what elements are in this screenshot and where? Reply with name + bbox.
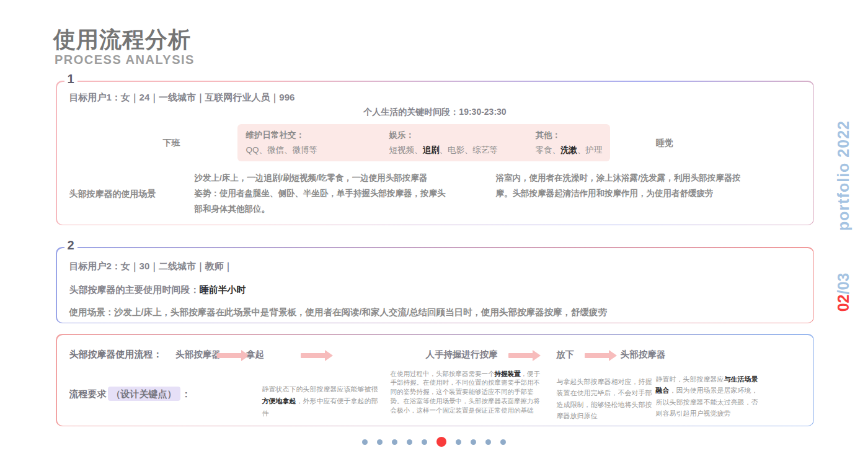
pagination	[0, 437, 868, 447]
activity-text: 零食、	[536, 145, 561, 155]
pagination-dot-6[interactable]	[436, 437, 446, 447]
activity-group-title: 维护日常社交：	[246, 130, 305, 141]
user1-info: 目标用户1：女｜24｜一线城市｜互联网行业人员｜996	[69, 92, 295, 104]
flow-note-rest: 静置时，头部按摩器应与生活场景融合，因为使用场景是居家环境，所以头部按摩器不能太…	[656, 374, 764, 419]
flow-step-pickup: 拿起	[240, 349, 271, 361]
user2-info: 目标用户2：女｜30｜二线城市｜教师｜	[69, 261, 233, 272]
activity-group-title: 娱乐：	[389, 130, 415, 141]
flow-arrow-icon	[508, 353, 541, 358]
note-text: 在使用过程中，头部按摩器需要一个	[391, 370, 495, 377]
flow-step-putdown: 放下	[550, 349, 581, 361]
box1-number: 1	[64, 72, 78, 86]
pagination-dot-8[interactable]	[471, 439, 476, 445]
activity-text-bold: 洗漱	[560, 145, 577, 155]
activity-text-bold: 追剧	[423, 145, 440, 155]
activity-text: 、电影、综艺等	[440, 145, 498, 155]
pagination-dot-7[interactable]	[456, 439, 461, 445]
page-title: 使用流程分析	[53, 25, 191, 55]
usage-time-value: 睡前半小时	[200, 284, 246, 295]
flow-note-pickup: 静置状态下的头部按摩器应该能够被很方便地拿起，外形中应有便于拿起的部件	[262, 383, 383, 420]
activity-group-items: 短视频、追剧、电影、综艺等	[389, 145, 498, 156]
pagination-dot-3[interactable]	[392, 439, 397, 445]
flow-title: 头部按摩器使用流程：	[69, 349, 162, 361]
usage-scene-label: 头部按摩器的使用场景	[69, 189, 156, 200]
flow-arrow-icon	[301, 353, 333, 358]
flow-step-device-start: 头部按摩器	[174, 349, 223, 361]
evening-activities-panel: 维护日常社交： QQ、微信、微博等 娱乐： 短视频、追剧、电影、综艺等 其他： …	[237, 124, 610, 161]
activity-text: 、护理	[577, 145, 603, 155]
note-text: 静置时，头部按摩器应	[656, 375, 724, 383]
user2-usage-time: 头部按摩器的主要使用时间段：睡前半小时	[69, 284, 246, 296]
flow-step-device-end: 头部按摩器	[617, 349, 670, 361]
activity-group-items: 零食、洗漱、护理	[536, 145, 603, 156]
timeline-start-label: 下班	[150, 138, 193, 149]
usage-scene-1: 沙发上/床上，一边追剧/刷短视频/吃零食，一边使用头部按摩器 姿势：使用者盘腿坐…	[195, 170, 450, 217]
activity-text: QQ、微信、微博等	[246, 145, 318, 155]
activity-text: 短视频、	[389, 145, 423, 155]
usage-scene-1-line2: 姿势：使用者盘腿坐、侧卧、半坐卧，单手持握头部按摩器，按摩头部和身体其他部位。	[195, 189, 446, 213]
req-colon: ：	[182, 388, 191, 399]
page-current: 02	[835, 294, 852, 311]
usage-scene-1-line1: 沙发上/床上，一边追剧/刷短视频/吃零食，一边使用头部按摩器	[195, 170, 450, 186]
flow-note-putdown: 与拿起头部按摩器相对应，持握装置在使用完毕后，不会对手部造成限制，能够轻松地将头…	[557, 376, 653, 422]
design-keypoint-tag: （设计关键点）	[108, 387, 180, 401]
flow-arrow-icon	[585, 353, 617, 358]
note-text: 与拿起头部按摩器相对应，持握装置在使用完毕后，不会对手部造成限制，能够轻松地将头…	[557, 378, 652, 420]
user1-key-time: 个人生活的关键时间段：19:30-23:30	[57, 107, 813, 118]
pagination-dot-5[interactable]	[422, 439, 427, 445]
note-text: ，因为使用场景是居家环境，所以头部按摩器不能太过亮眼，否则容易引起用户视觉疲劳	[656, 387, 758, 417]
activity-group-items: QQ、微信、微博等	[246, 145, 318, 156]
flow-requirements-label: 流程要求（设计关键点）：	[69, 388, 191, 400]
note-text-bold: 持握装置	[495, 370, 521, 377]
timeline-end-label: 睡觉	[643, 138, 686, 149]
flow-note-hold: 在使用过程中，头部按摩器需要一个持握装置，便于手部持握。在使用时，不同位置的按摩…	[391, 369, 541, 415]
note-text: 静置状态下的头部按摩器应该能够被很	[262, 385, 378, 393]
usage-flow-box: 头部按摩器使用流程： 头部按摩器 拿起 人手持握进行按摩 放下 头部按摩器 流程…	[56, 334, 814, 426]
usage-time-label: 头部按摩器的主要使用时间段：	[69, 284, 200, 295]
usage-scene-2: 浴室内，使用者在洗澡时，涂上沐浴露/洗发露，利用头部按摩器按摩。头部按摩器起清洁…	[496, 170, 745, 201]
page-indicator: 02/03	[835, 230, 854, 354]
page-subtitle: PROCESS ANALYSIS	[55, 53, 195, 67]
pagination-dot-4[interactable]	[407, 439, 412, 445]
pagination-dot-9[interactable]	[485, 439, 491, 445]
pagination-dot-1[interactable]	[362, 439, 368, 445]
flow-step-hold-massage: 人手持握进行按摩	[415, 349, 508, 361]
pagination-dot-2[interactable]	[377, 439, 383, 445]
box2-number: 2	[64, 238, 78, 253]
target-user1-box: 1 目标用户1：女｜24｜一线城市｜互联网行业人员｜996 个人生活的关键时间段…	[56, 81, 814, 225]
page-total: /03	[835, 273, 852, 295]
pagination-dot-10[interactable]	[500, 439, 506, 445]
note-text-bold: 方便地拿起	[262, 397, 296, 405]
user2-usage-scene: 使用场景：沙发上/床上，头部按摩器在此场景中是背景板，使用者在阅读/和家人交流/…	[69, 307, 608, 318]
activity-group-title: 其他：	[536, 130, 561, 141]
target-user2-box: 2 目标用户2：女｜30｜二线城市｜教师｜ 头部按摩器的主要使用时间段：睡前半小…	[56, 247, 814, 323]
req-text: 流程要求	[69, 388, 107, 399]
